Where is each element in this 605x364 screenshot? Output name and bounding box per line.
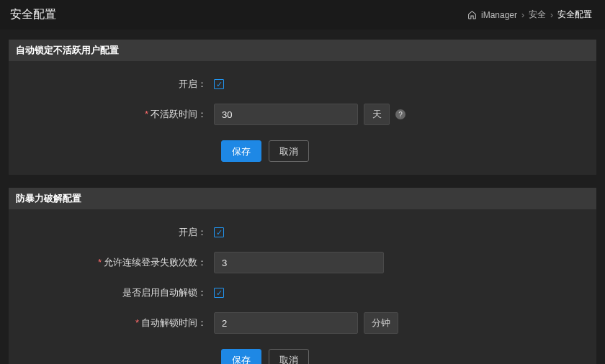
inactive-time-unit: 天 [364,104,390,125]
breadcrumb-home[interactable]: iManager [481,10,517,20]
inactive-time-input[interactable] [214,104,358,125]
cancel-button[interactable]: 取消 [269,140,309,162]
inactive-lock-section: 自动锁定不活跃用户配置 开启： *不活跃时间： 天 ? 保存 取消 [9,40,596,175]
enable-label: 开启： [9,226,214,239]
inactive-time-label: *不活跃时间： [9,108,214,121]
fail-count-label: *允许连续登录失败次数： [9,256,214,269]
save-button[interactable]: 保存 [221,140,261,162]
unlock-time-unit: 分钟 [364,312,398,334]
brute-force-section: 防暴力破解配置 开启： *允许连续登录失败次数： 是否启用自动解锁： [9,188,596,364]
unlock-time-input[interactable] [214,312,358,334]
section-title: 自动锁定不活跃用户配置 [9,40,596,61]
fail-count-input[interactable] [214,252,384,273]
enable-checkbox[interactable] [214,227,224,237]
page-title: 安全配置 [10,7,56,22]
chevron-right-icon: › [521,10,524,20]
breadcrumb: iManager › 安全 › 安全配置 [467,9,592,21]
enable-label: 开启： [9,78,214,91]
auto-unlock-checkbox[interactable] [214,288,224,298]
enable-checkbox[interactable] [214,79,224,89]
save-button[interactable]: 保存 [221,349,261,364]
breadcrumb-parent[interactable]: 安全 [529,9,546,21]
section-title: 防暴力破解配置 [9,188,596,209]
chevron-right-icon: › [550,10,553,20]
home-icon [467,10,477,19]
auto-unlock-label: 是否启用自动解锁： [9,286,214,299]
unlock-time-label: *自动解锁时间： [9,317,214,329]
cancel-button[interactable]: 取消 [269,349,309,364]
help-icon[interactable]: ? [395,109,405,119]
breadcrumb-current: 安全配置 [557,9,592,21]
